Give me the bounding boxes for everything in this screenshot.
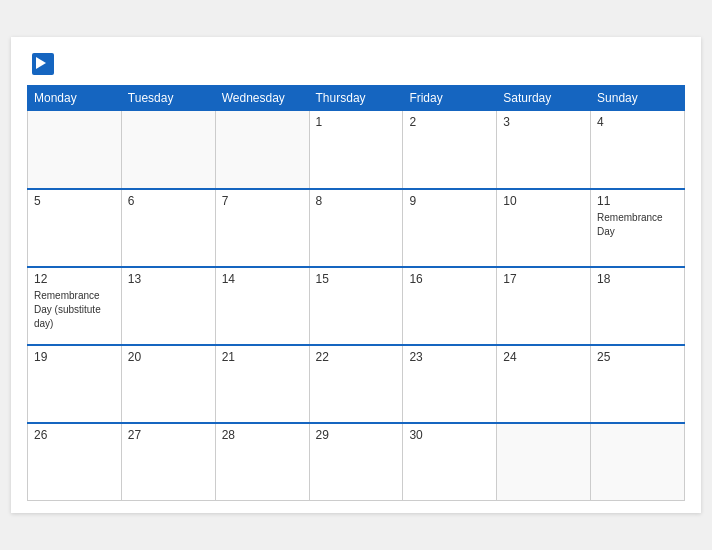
day-number: 19 <box>34 350 115 364</box>
calendar-day-cell: 4 <box>591 111 685 189</box>
calendar-day-cell: 16 <box>403 267 497 345</box>
weekday-header-tuesday: Tuesday <box>121 86 215 111</box>
day-number: 20 <box>128 350 209 364</box>
calendar-day-cell: 7 <box>215 189 309 267</box>
calendar-grid: MondayTuesdayWednesdayThursdayFridaySatu… <box>27 85 685 501</box>
day-number: 11 <box>597 194 678 208</box>
day-number: 27 <box>128 428 209 442</box>
day-number: 23 <box>409 350 490 364</box>
day-number: 15 <box>316 272 397 286</box>
logo-flag-icon <box>32 53 54 75</box>
calendar-day-cell <box>28 111 122 189</box>
weekday-header-sunday: Sunday <box>591 86 685 111</box>
calendar-day-cell: 5 <box>28 189 122 267</box>
calendar-day-cell: 21 <box>215 345 309 423</box>
day-number: 26 <box>34 428 115 442</box>
calendar-week-row: 1234 <box>28 111 685 189</box>
calendar-week-row: 567891011Remembrance Day <box>28 189 685 267</box>
day-number: 3 <box>503 115 584 129</box>
calendar-day-cell: 15 <box>309 267 403 345</box>
weekday-header-row: MondayTuesdayWednesdayThursdayFridaySatu… <box>28 86 685 111</box>
calendar-week-row: 2627282930 <box>28 423 685 501</box>
day-number: 30 <box>409 428 490 442</box>
calendar-day-cell: 2 <box>403 111 497 189</box>
weekday-header-wednesday: Wednesday <box>215 86 309 111</box>
day-number: 5 <box>34 194 115 208</box>
day-number: 8 <box>316 194 397 208</box>
day-number: 14 <box>222 272 303 286</box>
calendar-day-cell: 11Remembrance Day <box>591 189 685 267</box>
calendar-day-cell: 24 <box>497 345 591 423</box>
calendar-container: MondayTuesdayWednesdayThursdayFridaySatu… <box>11 37 701 513</box>
day-number: 9 <box>409 194 490 208</box>
day-number: 4 <box>597 115 678 129</box>
calendar-day-cell: 10 <box>497 189 591 267</box>
calendar-day-cell: 23 <box>403 345 497 423</box>
calendar-day-cell: 20 <box>121 345 215 423</box>
day-number: 29 <box>316 428 397 442</box>
calendar-day-cell: 8 <box>309 189 403 267</box>
day-number: 21 <box>222 350 303 364</box>
calendar-day-cell: 14 <box>215 267 309 345</box>
day-number: 13 <box>128 272 209 286</box>
day-number: 28 <box>222 428 303 442</box>
holiday-name: Remembrance Day (substitute day) <box>34 290 101 329</box>
calendar-day-cell: 30 <box>403 423 497 501</box>
holiday-name: Remembrance Day <box>597 212 663 237</box>
calendar-day-cell: 29 <box>309 423 403 501</box>
day-number: 24 <box>503 350 584 364</box>
calendar-header <box>27 53 685 75</box>
calendar-day-cell <box>215 111 309 189</box>
day-number: 7 <box>222 194 303 208</box>
day-number: 12 <box>34 272 115 286</box>
weekday-header-friday: Friday <box>403 86 497 111</box>
calendar-day-cell <box>121 111 215 189</box>
logo <box>27 53 54 75</box>
day-number: 16 <box>409 272 490 286</box>
day-number: 2 <box>409 115 490 129</box>
calendar-day-cell: 27 <box>121 423 215 501</box>
calendar-day-cell: 6 <box>121 189 215 267</box>
weekday-header-monday: Monday <box>28 86 122 111</box>
calendar-week-row: 19202122232425 <box>28 345 685 423</box>
calendar-day-cell: 26 <box>28 423 122 501</box>
day-number: 22 <box>316 350 397 364</box>
weekday-header-saturday: Saturday <box>497 86 591 111</box>
calendar-day-cell: 22 <box>309 345 403 423</box>
calendar-day-cell: 25 <box>591 345 685 423</box>
calendar-day-cell <box>591 423 685 501</box>
calendar-day-cell: 1 <box>309 111 403 189</box>
calendar-day-cell: 3 <box>497 111 591 189</box>
day-number: 6 <box>128 194 209 208</box>
calendar-day-cell: 28 <box>215 423 309 501</box>
calendar-day-cell: 9 <box>403 189 497 267</box>
calendar-day-cell: 19 <box>28 345 122 423</box>
day-number: 18 <box>597 272 678 286</box>
day-number: 25 <box>597 350 678 364</box>
day-number: 1 <box>316 115 397 129</box>
calendar-day-cell <box>497 423 591 501</box>
day-number: 17 <box>503 272 584 286</box>
calendar-day-cell: 17 <box>497 267 591 345</box>
weekday-header-thursday: Thursday <box>309 86 403 111</box>
calendar-day-cell: 13 <box>121 267 215 345</box>
day-number: 10 <box>503 194 584 208</box>
calendar-week-row: 12Remembrance Day (substitute day)131415… <box>28 267 685 345</box>
calendar-day-cell: 18 <box>591 267 685 345</box>
calendar-day-cell: 12Remembrance Day (substitute day) <box>28 267 122 345</box>
